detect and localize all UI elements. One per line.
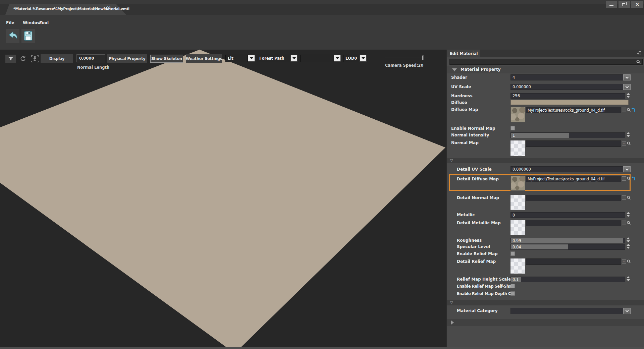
detail-normal-map-browse-button[interactable]: …	[622, 195, 626, 200]
detail-normal-map-thumbnail[interactable]	[511, 195, 525, 210]
filter-button[interactable]	[5, 55, 16, 63]
diffuse-map-path[interactable]: MyProject\Textures\rocks_ground_04_d.tif	[526, 107, 621, 113]
enable-relief-self-shadow-checkbox[interactable]	[511, 284, 515, 288]
relief-map-height-scale-label: Relief Map Height Scale	[457, 277, 511, 282]
camera-speed-label: Camera Speed:20	[385, 63, 423, 68]
shading-mode-arrow[interactable]	[248, 55, 255, 62]
save-button[interactable]	[21, 29, 35, 43]
camera-speed-handle[interactable]	[422, 55, 424, 60]
hardness-input[interactable]: 256	[511, 93, 625, 99]
detail-diffuse-map-reload-icon[interactable]	[631, 176, 635, 181]
lod-dropdown[interactable]: LOD0	[343, 55, 359, 62]
extra-dropdown-arrow[interactable]	[334, 55, 341, 62]
enable-relief-depth-checkbox[interactable]	[511, 291, 515, 296]
physical-property-button[interactable]: Physical Property	[107, 54, 147, 63]
detail-diffuse-map-browse-button[interactable]: …	[622, 176, 626, 181]
funnel-icon	[7, 56, 14, 61]
detail-diffuse-map-path[interactable]: MyProject\Textures\rocks_ground_04_d.tif	[526, 176, 621, 182]
enable-normal-map-checkbox[interactable]	[511, 126, 515, 130]
collapsed-section-header[interactable]	[447, 319, 644, 326]
character-select-button[interactable]	[31, 55, 39, 64]
normal-map-label: Normal Map	[451, 140, 479, 145]
normal-intensity-slider[interactable]: 1	[511, 132, 625, 138]
roughness-slider[interactable]: 0.99	[511, 238, 625, 243]
uv-scale-dropdown-button[interactable]	[623, 84, 631, 90]
3d-viewport[interactable]: Display 0.0000 Normal Length Physical Pr…	[0, 50, 446, 349]
roughness-spinner[interactable]	[627, 237, 630, 243]
menu-tool[interactable]: Tool	[40, 20, 49, 25]
environment-dropdown[interactable]: Forest Path	[257, 55, 290, 62]
detail-metallic-map-browse-button[interactable]: …	[622, 221, 626, 225]
detail-relief-map-thumbnail[interactable]	[511, 258, 525, 274]
normal-length-input[interactable]: 0.0000	[76, 54, 105, 62]
diffuse-map-locate-icon[interactable]	[627, 108, 631, 112]
detail-uv-scale-dropdown[interactable]: 0.000000	[511, 166, 623, 172]
detail-normal-map-locate-icon[interactable]	[627, 195, 631, 200]
hardness-spinner[interactable]	[627, 93, 630, 99]
normal-map-path[interactable]	[526, 140, 621, 147]
viewport-canvas[interactable]	[0, 50, 446, 349]
lod-arrow[interactable]	[360, 55, 367, 62]
diffuse-color-swatch[interactable]	[511, 100, 629, 105]
uv-scale-dropdown[interactable]: 0.000000	[511, 84, 623, 90]
detail-relief-map-label: Detail Relief Map	[457, 259, 496, 264]
weather-settings-button[interactable]: Weather Settings	[186, 54, 222, 63]
environment-arrow[interactable]	[290, 55, 298, 62]
category-section-header[interactable]: ▽	[447, 300, 644, 305]
enable-relief-map-checkbox[interactable]	[511, 251, 515, 256]
normal-map-thumbnail[interactable]	[511, 140, 525, 156]
shader-dropdown[interactable]: 4	[511, 74, 623, 80]
property-search-input[interactable]	[449, 59, 643, 65]
detail-diffuse-map-locate-icon[interactable]	[627, 176, 631, 181]
show-skeleton-button[interactable]: Show Skeleton	[150, 55, 183, 63]
close-button[interactable]: ×	[631, 1, 643, 8]
search-icon[interactable]	[636, 59, 641, 64]
spin-down-icon	[627, 247, 630, 249]
material-category-dropdown[interactable]	[511, 308, 623, 314]
undo-icon	[7, 31, 18, 41]
normal-map-browse-button[interactable]: …	[622, 141, 626, 146]
detail-metallic-map-locate-icon[interactable]	[627, 221, 631, 225]
menu-window[interactable]: Window	[23, 20, 41, 25]
menu-file[interactable]: File	[6, 20, 14, 25]
spin-down-icon	[627, 215, 630, 217]
detail-diffuse-map-thumbnail[interactable]	[511, 176, 525, 191]
metallic-input[interactable]: 0	[511, 212, 625, 218]
relief-map-height-scale-value: 0.1	[513, 277, 519, 282]
metallic-spinner[interactable]	[627, 212, 630, 218]
detail-diffuse-map-label: Detail Diffuse Map	[457, 177, 499, 181]
diffuse-map-browse-button[interactable]: …	[622, 108, 626, 112]
relief-map-height-scale-slider[interactable]: 0.1	[511, 277, 625, 282]
diffuse-map-thumbnail[interactable]	[511, 107, 525, 122]
spin-up-icon	[627, 276, 630, 278]
normal-intensity-spinner[interactable]	[627, 132, 630, 138]
refresh-view-button[interactable]	[19, 55, 26, 63]
pin-icon[interactable]	[637, 51, 642, 56]
diffuse-map-reload-icon[interactable]	[631, 108, 635, 112]
undo-button[interactable]	[6, 29, 19, 43]
detail-relief-map-locate-icon[interactable]	[627, 259, 631, 264]
display-button[interactable]: Display	[41, 54, 73, 63]
detail-uv-scale-dropdown-button[interactable]	[623, 166, 631, 172]
extra-dropdown[interactable]	[300, 55, 333, 62]
restore-button[interactable]	[619, 1, 630, 8]
tab-close-icon[interactable]: ×	[107, 5, 111, 11]
detail-relief-map-path[interactable]	[526, 258, 621, 265]
shader-dropdown-button[interactable]	[623, 74, 631, 80]
material-category-dropdown-button[interactable]	[623, 308, 631, 314]
minimize-button[interactable]	[606, 1, 617, 8]
normal-map-locate-icon[interactable]	[627, 141, 631, 146]
detail-metallic-map-thumbnail[interactable]	[511, 220, 525, 235]
section-material-property[interactable]: Material Property	[447, 66, 644, 73]
specular-level-slider[interactable]: 0.04	[511, 244, 625, 250]
detail-relief-map-browse-button[interactable]: …	[622, 259, 626, 264]
detail-metallic-map-path[interactable]	[526, 220, 621, 226]
specular-level-spinner[interactable]	[627, 244, 630, 249]
camera-speed-slider[interactable]	[385, 58, 428, 58]
relief-map-height-scale-spinner[interactable]	[627, 276, 630, 282]
spin-up-icon	[627, 93, 630, 95]
detail-normal-map-path[interactable]	[526, 195, 621, 201]
panel-tab-edit-material[interactable]: Edit Material	[447, 50, 480, 57]
detail-section-header[interactable]: ▽	[447, 158, 644, 163]
shading-mode-dropdown[interactable]: Lit	[225, 55, 248, 62]
